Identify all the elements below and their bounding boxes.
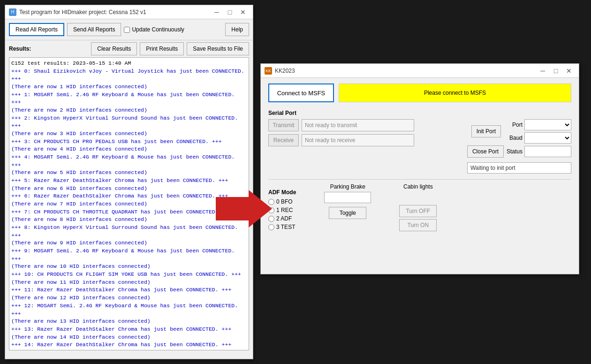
toolbar-1: Read All Reports Send All Reports Update…: [5, 19, 253, 40]
transmit-status-input: [302, 119, 414, 131]
parking-brake-input: [324, 192, 371, 203]
adf-radios: 0 BFO 1 REC 2 ADF 3 TEST: [268, 198, 296, 230]
window2-body: Connect to MSFS Please connect to MSFS S…: [261, 78, 579, 237]
cabin-lights-label: Cabin lights: [403, 183, 433, 190]
update-continuously-checkbox[interactable]: [124, 27, 130, 33]
list-item: +++ 0: Shaul Eizikovich vJoy - Virtual J…: [11, 68, 247, 83]
init-port-button[interactable]: Init Port: [471, 125, 501, 137]
turn-off-button[interactable]: Turn OFF: [399, 205, 437, 217]
clear-results-button[interactable]: Clear Results: [91, 42, 137, 55]
window1-title: Test program for HIDmaker project: Cessn…: [19, 9, 146, 15]
receive-status-input: [302, 134, 414, 146]
list-item: +++ 12: MOSART Semi. 2.4G RF Keyboard & …: [11, 302, 247, 318]
adf-radio-rec[interactable]: 1 REC: [268, 207, 296, 213]
list-item: (There are now 15 HID interfaces connect…: [11, 349, 247, 350]
adf-mode-label: ADF Mode: [268, 189, 296, 196]
send-all-reports-button[interactable]: Send All Reports: [67, 23, 121, 36]
help-button[interactable]: Help: [225, 23, 249, 36]
adf-section: ADF Mode 0 BFO 1 REC 2 ADF: [268, 189, 296, 230]
list-item: +++ 1: MOSART Semi. 2.4G RF Keyboard & M…: [11, 91, 247, 106]
list-item: (There are now 2 HID interfaces connecte…: [11, 106, 247, 114]
section-divider: [268, 179, 571, 180]
list-item: +++ 9: MOSART Semi. 2.4G RF Keyboard & M…: [11, 247, 247, 263]
waiting-text: Waiting to init port: [470, 165, 515, 171]
list-item: +++ 14: Razer Razer DeathStalker Chroma …: [11, 341, 247, 349]
arrow-decoration: [216, 188, 272, 230]
window1-controls: ─ □ ✕: [211, 7, 249, 17]
list-item: (There are now 12 HID interfaces connect…: [11, 294, 247, 302]
port-select[interactable]: [524, 119, 571, 130]
close-button-2[interactable]: ✕: [563, 66, 575, 76]
list-item: (There are now 10 HID interfaces connect…: [11, 263, 247, 271]
list-item: (There are now 8 HID interfaces connecte…: [11, 216, 247, 224]
adf-radio-test[interactable]: 3 TEST: [268, 224, 296, 230]
adf-body: ADF Mode 0 BFO 1 REC 2 ADF: [268, 183, 571, 231]
list-item: +++ 6: Razer Razer DeathStalker Chroma h…: [11, 192, 247, 200]
list-item: +++ 11: Razer Razer DeathStalker Chroma …: [11, 286, 247, 294]
port-label: Port: [504, 121, 523, 128]
adf-radio-bfo[interactable]: 0 BFO: [268, 198, 296, 205]
connect-row: Connect to MSFS Please connect to MSFS: [268, 83, 571, 102]
baud-select[interactable]: [524, 132, 571, 144]
title-bar-1: H Test program for HIDmaker project: Ces…: [5, 5, 253, 19]
list-item: (There are now 3 HID interfaces connecte…: [11, 130, 247, 138]
minimize-button-1[interactable]: ─: [211, 7, 223, 17]
update-continuously-label[interactable]: Update Continuously: [124, 26, 184, 33]
adf-radio-adf[interactable]: 2 ADF: [268, 215, 296, 222]
parking-brake-label: Parking Brake: [330, 183, 365, 190]
window2: KK KK2023 ─ □ ✕ Connect to MSFS Please c…: [260, 63, 579, 274]
transmit-button: Transmit: [268, 119, 299, 131]
list-item: +++ 3: CH PRODUCTS CH PRO PEDALS USB has…: [11, 138, 247, 146]
receive-button: Receive: [268, 134, 299, 146]
list-item: (There are now 9 HID interfaces connecte…: [11, 239, 247, 247]
results-content[interactable]: C152 test results: 2023-05-15 1:40 AM+++…: [9, 57, 249, 350]
window2-title: KK2023: [275, 68, 295, 74]
list-item: +++ 8: Kingston HyperX Virtual Surround …: [11, 224, 247, 239]
results-bar: Results: Clear Results Print Results Sav…: [5, 40, 253, 57]
turn-on-button[interactable]: Turn ON: [399, 219, 437, 231]
parking-section: Parking Brake Toggle: [324, 183, 371, 219]
maximize-button-1[interactable]: □: [224, 7, 236, 17]
read-all-reports-button[interactable]: Read All Reports: [9, 23, 64, 36]
minimize-button-2[interactable]: ─: [537, 66, 549, 76]
list-item: +++ 10: CH PRODUCTS CH FLIGHT SIM YOKE U…: [11, 271, 247, 279]
results-label: Results:: [9, 46, 31, 52]
list-item: +++ 7: CH PRODUCTS CH THROTTLE QUADRANT …: [11, 208, 247, 216]
print-results-button[interactable]: Print Results: [140, 42, 184, 55]
list-item: +++ 5: Razer Razer DeathStalker Chroma h…: [11, 177, 247, 185]
title-bar-left-2: KK KK2023: [265, 67, 295, 75]
list-item: (There are now 5 HID interfaces connecte…: [11, 169, 247, 177]
app-icon-2: KK: [265, 67, 272, 75]
status-input: [524, 146, 571, 157]
close-port-button[interactable]: Close Port: [467, 145, 504, 158]
list-item: C152 test results: 2023-05-15 1:40 AM: [11, 60, 247, 68]
list-item: (There are now 13 HID interfaces connect…: [11, 318, 247, 326]
cabin-section: Cabin lights Turn OFF Turn ON: [399, 183, 437, 231]
list-item: (There are now 4 HID interfaces connecte…: [11, 145, 247, 153]
list-item: +++ 2: Kingston HyperX Virtual Surround …: [11, 114, 247, 130]
save-results-button[interactable]: Save Results to File: [187, 42, 249, 55]
baud-label: Baud: [504, 135, 523, 141]
list-item: (There are now 7 HID interfaces connecte…: [11, 200, 247, 208]
list-item: (There are now 14 HID interfaces connect…: [11, 334, 247, 341]
waiting-bar: Waiting to init port: [467, 162, 571, 174]
title-bar-2: KK KK2023 ─ □ ✕: [261, 64, 579, 78]
window2-controls: ─ □ ✕: [537, 66, 575, 76]
app-icon-1: H: [9, 8, 16, 16]
list-item: +++ 13: Razer Razer DeathStalker Chroma …: [11, 326, 247, 334]
connect-status: Please connect to MSFS: [339, 83, 571, 102]
toggle-button[interactable]: Toggle: [329, 207, 366, 219]
list-item: (There are now 11 HID interfaces connect…: [11, 279, 247, 287]
list-item: +++ 4: MOSART Semi. 2.4G RF Keyboard & M…: [11, 153, 247, 169]
serial-port-label: Serial Port: [268, 110, 571, 116]
maximize-button-2[interactable]: □: [550, 66, 562, 76]
svg-marker-0: [216, 190, 272, 228]
status-label: Status: [507, 148, 523, 155]
list-item: (There are now 1 HID interfaces connecte…: [11, 83, 247, 91]
connect-msfs-button[interactable]: Connect to MSFS: [268, 83, 334, 102]
window1: H Test program for HIDmaker project: Ces…: [5, 5, 253, 359]
serial-section: Serial Port Transmit Receive: [268, 110, 571, 174]
list-item: (There are now 6 HID interfaces connecte…: [11, 185, 247, 193]
close-button-1[interactable]: ✕: [237, 7, 249, 17]
title-bar-left-1: H Test program for HIDmaker project: Ces…: [9, 8, 146, 16]
